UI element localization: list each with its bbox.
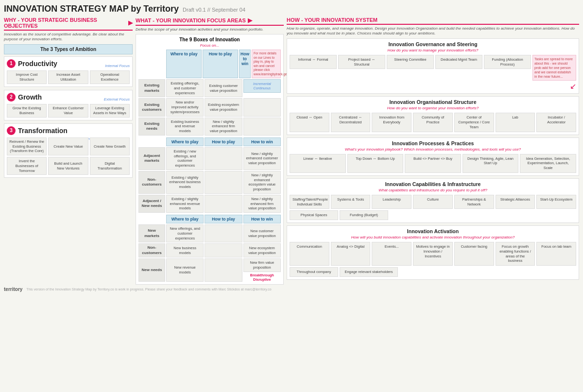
ambition-section-title: The 3 Types of Ambition bbox=[4, 44, 133, 54]
transformation-row2: Invent the Businesses of Tomorrow Build … bbox=[7, 157, 130, 175]
ambition-number-2: 2 bbox=[7, 93, 16, 102]
s2r3-cell4: New / slightly enhanced firm value propo… bbox=[243, 195, 281, 213]
col-header-how-win: How to win bbox=[239, 50, 251, 78]
productivity-card-2: Increase Asset Utilization bbox=[48, 70, 88, 84]
cap-card-9: Funding (Budget) bbox=[340, 210, 388, 220]
proc-card-1: Linear ↔ Iterative bbox=[290, 154, 346, 173]
what-arrow: ▶ bbox=[248, 17, 252, 24]
pink-note: For more details on our Lines to play in… bbox=[252, 50, 281, 78]
s1r2-cell4 bbox=[243, 98, 281, 116]
act-card-2: Analog <> Digital bbox=[331, 242, 371, 266]
growth-card-1: Grow the Existing Business bbox=[7, 104, 47, 118]
s2r1-cell3 bbox=[205, 147, 242, 170]
org-card-6: Lab bbox=[496, 113, 535, 132]
ambition-growth: 2 Growth External Focus Grow the Existin… bbox=[4, 90, 133, 120]
section-3: New markets New offerings, and customer … bbox=[138, 224, 281, 282]
s1r1-last-wrap: IncrementalContinuous bbox=[243, 79, 281, 97]
s3-empty bbox=[138, 215, 165, 223]
focus-label-2: External Focus bbox=[104, 97, 130, 102]
act-card-1: Communication bbox=[290, 242, 329, 266]
section2-headers: Where to play How to play How to win bbox=[138, 137, 281, 146]
s2r3-cell3 bbox=[205, 195, 242, 213]
what-header: WHAT - YOUR INNOVATION FOCUS AREAS ▶ Def… bbox=[136, 17, 284, 32]
section3-row2: Non-customers New business models New ec… bbox=[138, 243, 281, 257]
transformation-row1: Reinvent / Renew the Existing Business (… bbox=[7, 137, 130, 155]
section-1-grid: Existing markets Existing offerings, and… bbox=[138, 79, 281, 136]
transformation-card-2: Create New Value bbox=[48, 137, 88, 155]
ambition-number-1: 1 bbox=[7, 59, 16, 68]
productivity-card-3: Operational Excellence bbox=[90, 70, 130, 84]
section-2: Adjacent markets Existing / new offering… bbox=[138, 147, 281, 213]
proc-card-3: Build <> Partner <> Buy bbox=[405, 154, 461, 173]
footer: territory This version of the Innovation… bbox=[4, 287, 579, 292]
section-1: Existing markets Existing offerings, and… bbox=[138, 79, 281, 136]
cap-card-7: Start-Up Ecosystem bbox=[536, 195, 576, 209]
section3-row3: New needs New revenue models New firm va… bbox=[138, 258, 281, 282]
s2-how-play: How to play bbox=[205, 137, 242, 146]
s1r1-cell2: Existing offerings, and customer experie… bbox=[166, 79, 204, 97]
proc-card-2: Top Down ↔ Bottom Up bbox=[347, 154, 404, 173]
org-card-4: Community of Practice bbox=[413, 113, 453, 132]
col-how: HOW - YOUR INNOVATION SYSTEM How to orga… bbox=[287, 17, 579, 285]
col-what: WHAT - YOUR INNOVATION FOCUS AREAS ▶ Def… bbox=[136, 17, 284, 285]
org-card-3: Innovation from Everybody bbox=[372, 113, 412, 132]
s2-where: Where to play bbox=[166, 137, 204, 146]
productivity-card-1: Improve Cost Structure bbox=[7, 70, 47, 84]
ambition-productivity: 1 Productivity Internal Focus Improve Co… bbox=[4, 56, 133, 87]
section3-headers: Where to play How to play How to win bbox=[138, 215, 281, 223]
how-desc: How to organize, operate, and manage inn… bbox=[287, 26, 579, 36]
how-title: HOW - YOUR INNOVATION SYSTEM bbox=[287, 17, 579, 25]
s1r2-cell3: Existing ecosystem value proposition bbox=[205, 98, 242, 116]
governance-section: Innovation Governance and Steering How d… bbox=[287, 38, 579, 94]
activation-subtitle: How will you build innovation capabiliti… bbox=[290, 235, 576, 239]
s2r1-cell4: New / slightly enhanced customer value p… bbox=[243, 147, 281, 170]
s2r2-cell2: Existing / slightly enhanced business mo… bbox=[166, 171, 204, 194]
governance-content: Informal ↔ Formal Project based ↔ Struct… bbox=[290, 55, 576, 81]
section2-row3: Adjacent / New needs Existing / slightly… bbox=[138, 195, 281, 213]
org-cards: Closed ↔ Open Centralized ↔ Decentralize… bbox=[290, 113, 576, 132]
activation-row2: Throughout company Engage relevant stake… bbox=[290, 267, 576, 277]
s2r2-cell3 bbox=[205, 171, 242, 194]
s1r1-cell3: Existing customer value proposition bbox=[205, 79, 242, 97]
cap-card-4: Culture bbox=[413, 195, 453, 209]
what-title: WHAT - YOUR INNOVATION FOCUS AREAS ▶ bbox=[136, 17, 284, 26]
section2-row2: Non-customers Existing / slightly enhanc… bbox=[138, 171, 281, 194]
section1-row3: Existing needs Existing business and rev… bbox=[138, 118, 281, 136]
act-card-7: Focus on lab team bbox=[536, 242, 576, 266]
s3r3-cell3 bbox=[205, 258, 242, 282]
cap-card-1: Staffing/Talent/People Individual Skills bbox=[290, 195, 329, 209]
cap-card-3: Leadership bbox=[372, 195, 412, 209]
growth-card-2: Enhance Customer Value bbox=[48, 104, 88, 118]
why-desc: Innovation as the source of competitive … bbox=[4, 32, 133, 42]
transformation-card-5: Build and Launch New Ventures bbox=[48, 157, 88, 175]
s2r3-cell2: Existing / slightly enhanced revenue mod… bbox=[166, 195, 204, 213]
org-title: Innovation Organisational Structure bbox=[290, 99, 576, 105]
governance-subtitle: How do you want to manage your innovatio… bbox=[290, 48, 576, 52]
ambition-number-3: 3 bbox=[7, 126, 16, 135]
footer-logo: territory bbox=[4, 287, 22, 292]
activation-title: Innovation Activation bbox=[290, 228, 576, 234]
org-structure-section: Innovation Organisational Structure How … bbox=[287, 96, 579, 135]
capabilities-section: Innovation Capabilities & Infrastructure… bbox=[287, 178, 579, 223]
s3r1-cell4: New customer value proposition bbox=[243, 224, 281, 242]
growth-cards: External Focus Grow the Existing Busines… bbox=[7, 104, 130, 118]
s1r3-label: Existing needs bbox=[138, 118, 165, 136]
boxes-empty-header bbox=[138, 50, 165, 78]
transformation-card-4: Invent the Businesses of Tomorrow bbox=[7, 157, 47, 175]
proc-card-5: Idea Generation, Selection, Experimentat… bbox=[520, 154, 576, 173]
act-card-4: Motives to engage in Innovation / Incent… bbox=[413, 242, 453, 266]
act-card-6: Focus on growth enabling functions / are… bbox=[496, 242, 535, 266]
s3r2-cell4: New ecosystem value proposition bbox=[243, 243, 281, 257]
gov-card-4: Dedicated Mgmt Team bbox=[435, 55, 482, 69]
activation-section: Innovation Activation How will you build… bbox=[287, 225, 579, 280]
capabilities-subtitle: What capabilities and infrastructure do … bbox=[290, 188, 576, 192]
s3r2-cell3 bbox=[205, 243, 242, 257]
main-columns: WHY - YOUR STRATEGIC BUSINESS OBJECTIVES… bbox=[4, 17, 579, 285]
s1r2-label: Existing customers bbox=[138, 98, 165, 116]
cap-card-8: Physical Spaces bbox=[290, 210, 338, 220]
governance-cards: Informal ↔ Formal Project based ↔ Struct… bbox=[290, 55, 531, 69]
s3r1-cell3 bbox=[205, 224, 242, 242]
ambition-transformation: 3 Transformation Internal + External Foc… bbox=[4, 123, 133, 178]
s3r3-label: New needs bbox=[138, 258, 165, 282]
proc-card-4: Design Thinking, Agile, Lean Start Up bbox=[463, 154, 519, 173]
